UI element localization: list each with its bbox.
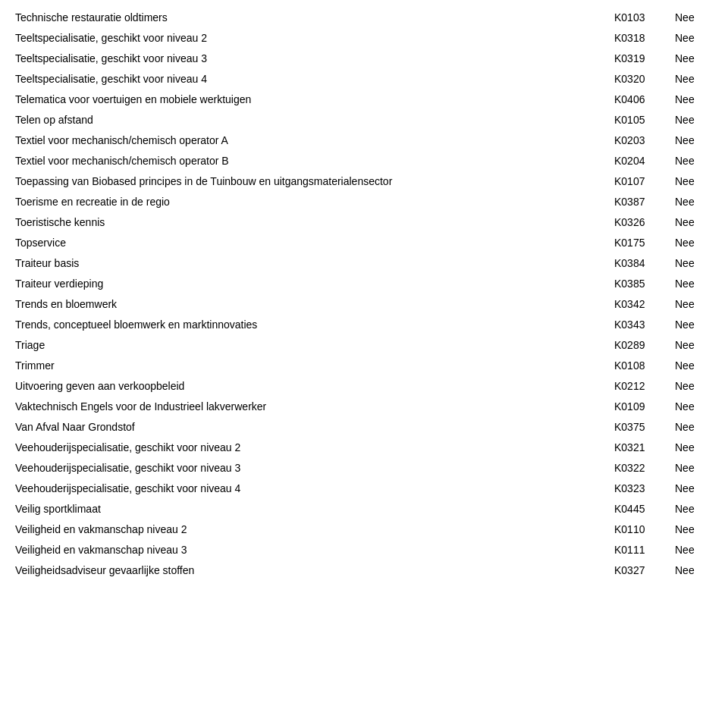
course-status: Nee [675,481,713,497]
course-name: Traiteur verdieping [15,276,614,292]
course-code: K0105 [614,112,675,128]
course-name: Van Afval Naar Grondstof [15,419,614,435]
course-status: Nee [675,522,713,538]
course-name: Telematica voor voertuigen en mobiele we… [15,92,614,108]
course-code: K0343 [614,317,675,333]
course-status: Nee [675,133,713,149]
course-status: Nee [675,71,713,87]
course-status: Nee [675,30,713,46]
table-row: Veehouderijspecialisatie, geschikt voor … [15,458,713,479]
course-code: K0322 [614,460,675,476]
table-row: Traiteur verdiepingK0385Nee [15,274,713,294]
table-row: Veehouderijspecialisatie, geschikt voor … [15,438,713,458]
table-row: Traiteur basisK0384Nee [15,253,713,274]
course-code: K0445 [614,501,675,517]
course-code: K0111 [614,542,675,558]
table-row: Veiligheidsadviseur gevaarlijke stoffenK… [15,560,713,581]
course-code: K0323 [614,481,675,497]
course-status: Nee [675,92,713,108]
table-row: Toeristische kennisK0326Nee [15,212,713,233]
course-name: Teeltspecialisatie, geschikt voor niveau… [15,30,614,46]
course-table: Technische restauratie oldtimersK0103Nee… [15,8,713,581]
course-code: K0321 [614,440,675,456]
course-status: Nee [675,194,713,210]
course-name: Veiligheidsadviseur gevaarlijke stoffen [15,563,614,579]
course-code: K0108 [614,358,675,374]
course-code: K0203 [614,133,675,149]
table-row: Textiel voor mechanisch/chemisch operato… [15,130,713,151]
course-name: Veilig sportklimaat [15,501,614,517]
course-status: Nee [675,501,713,517]
course-code: K0387 [614,194,675,210]
course-name: Toerisme en recreatie in de regio [15,194,614,210]
course-status: Nee [675,153,713,169]
course-name: Uitvoering geven aan verkoopbeleid [15,378,614,394]
table-row: Telen op afstandK0105Nee [15,110,713,130]
table-row: Trends en bloemwerkK0342Nee [15,294,713,315]
course-name: Toepassing van Biobased principes in de … [15,174,614,190]
table-row: Teeltspecialisatie, geschikt voor niveau… [15,28,713,49]
table-row: Telematica voor voertuigen en mobiele we… [15,89,713,110]
course-name: Toeristische kennis [15,215,614,231]
course-code: K0103 [614,10,675,26]
course-code: K0385 [614,276,675,292]
course-code: K0109 [614,399,675,415]
course-name: Triage [15,337,614,353]
table-row: Teeltspecialisatie, geschikt voor niveau… [15,69,713,89]
course-status: Nee [675,174,713,190]
course-name: Vaktechnisch Engels voor de Industrieel … [15,399,614,415]
table-row: Veiligheid en vakmanschap niveau 2K0110N… [15,519,713,540]
course-status: Nee [675,215,713,231]
table-row: TrimmerK0108Nee [15,356,713,376]
table-row: Uitvoering geven aan verkoopbeleidK0212N… [15,376,713,397]
course-name: Textiel voor mechanisch/chemisch operato… [15,133,614,149]
course-code: K0318 [614,30,675,46]
table-row: Veiligheid en vakmanschap niveau 3K0111N… [15,540,713,560]
course-name: Traiteur basis [15,256,614,271]
course-code: K0375 [614,419,675,435]
table-row: TopserviceK0175Nee [15,233,713,253]
course-name: Telen op afstand [15,112,614,128]
course-status: Nee [675,10,713,26]
course-name: Trimmer [15,358,614,374]
table-row: Toepassing van Biobased principes in de … [15,171,713,192]
table-row: Trends, conceptueel bloemwerk en marktin… [15,315,713,335]
course-code: K0406 [614,92,675,108]
course-status: Nee [675,399,713,415]
course-code: K0289 [614,337,675,353]
course-code: K0204 [614,153,675,169]
table-row: Veehouderijspecialisatie, geschikt voor … [15,479,713,499]
course-status: Nee [675,460,713,476]
course-name: Veiligheid en vakmanschap niveau 3 [15,542,614,558]
table-row: Veilig sportklimaatK0445Nee [15,499,713,519]
table-row: Technische restauratie oldtimersK0103Nee [15,8,713,28]
course-status: Nee [675,317,713,333]
course-name: Veehouderijspecialisatie, geschikt voor … [15,460,614,476]
course-status: Nee [675,51,713,67]
course-status: Nee [675,276,713,292]
course-name: Teeltspecialisatie, geschikt voor niveau… [15,51,614,67]
course-status: Nee [675,256,713,271]
course-name: Trends en bloemwerk [15,297,614,312]
course-status: Nee [675,337,713,353]
course-name: Teeltspecialisatie, geschikt voor niveau… [15,71,614,87]
course-status: Nee [675,235,713,251]
course-name: Technische restauratie oldtimers [15,10,614,26]
course-status: Nee [675,378,713,394]
course-code: K0320 [614,71,675,87]
course-code: K0110 [614,522,675,538]
course-code: K0175 [614,235,675,251]
course-name: Topservice [15,235,614,251]
course-code: K0326 [614,215,675,231]
course-status: Nee [675,542,713,558]
course-status: Nee [675,563,713,579]
course-code: K0327 [614,563,675,579]
course-name: Trends, conceptueel bloemwerk en marktin… [15,317,614,333]
table-row: Vaktechnisch Engels voor de Industrieel … [15,397,713,417]
course-status: Nee [675,358,713,374]
course-name: Veiligheid en vakmanschap niveau 2 [15,522,614,538]
table-row: Toerisme en recreatie in de regioK0387Ne… [15,192,713,212]
course-name: Veehouderijspecialisatie, geschikt voor … [15,440,614,456]
table-row: TriageK0289Nee [15,335,713,356]
table-row: Textiel voor mechanisch/chemisch operato… [15,151,713,171]
